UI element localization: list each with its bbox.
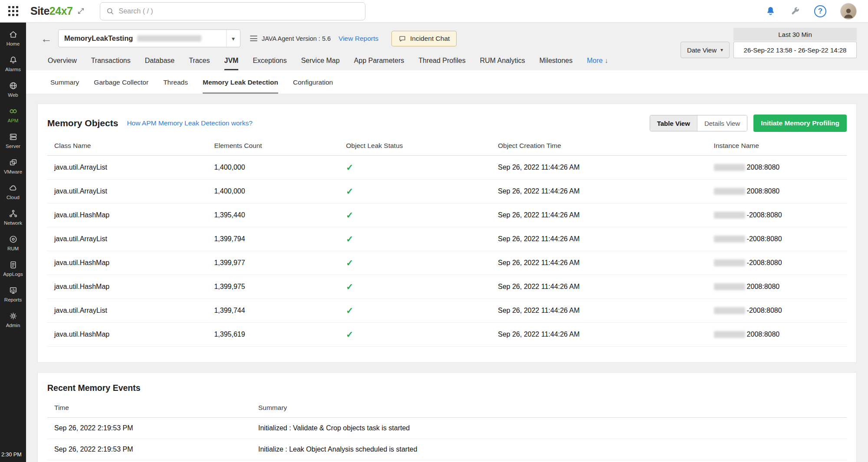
agent-menu-icon[interactable] xyxy=(250,36,257,41)
incident-chat-button[interactable]: Incident Chat xyxy=(391,31,457,46)
tab-rum-analytics[interactable]: RUM Analytics xyxy=(480,57,525,70)
class-name-cell: java.util.HashMap xyxy=(47,275,207,299)
memory-leak-help-link[interactable]: How APM Memory Leak Detection works? xyxy=(127,119,252,127)
event-time-cell: Sep 26, 2022 2:19:53 PM xyxy=(47,418,251,439)
back-arrow[interactable]: ← xyxy=(41,33,52,44)
sidebar-item-cloud[interactable]: Cloud xyxy=(0,179,26,204)
instance-name-cell: 2008:8080 xyxy=(707,180,847,203)
event-time-cell: Sep 26, 2022 2:19:53 PM xyxy=(47,439,251,460)
logo-site-text: Site xyxy=(30,5,49,17)
initiate-memory-profiling-button[interactable]: Initiate Memory Profiling xyxy=(753,115,847,132)
notifications-bell-icon[interactable] xyxy=(765,6,776,16)
sidebar-item-label: Admin xyxy=(6,323,20,328)
sidebar-item-network[interactable]: Network xyxy=(0,204,26,230)
search-input[interactable] xyxy=(118,7,359,15)
sidebar-item-label: Network xyxy=(4,220,22,226)
tab-overview[interactable]: Overview xyxy=(48,57,77,70)
app-launcher-button[interactable] xyxy=(0,6,26,16)
sidebar-item-server[interactable]: Server xyxy=(0,128,26,153)
tab-jvm[interactable]: JVM xyxy=(224,57,239,70)
subtab-summary[interactable]: Summary xyxy=(50,70,79,94)
table-header-row: Time Summary xyxy=(47,398,847,418)
tab-traces[interactable]: Traces xyxy=(189,57,210,70)
creation-time-cell: Sep 26, 2022 11:44:26 AM xyxy=(491,203,707,227)
view-toggle: Table View Details View xyxy=(650,115,747,131)
instance-name-cell: 2008:8080 xyxy=(707,323,847,347)
user-avatar[interactable] xyxy=(840,3,857,20)
sidebar-item-label: Cloud xyxy=(7,195,20,200)
sidebar-item-reports[interactable]: Reports xyxy=(0,281,26,307)
tab-transactions[interactable]: Transactions xyxy=(91,57,131,70)
tab-exceptions[interactable]: Exceptions xyxy=(253,57,286,70)
table-view-toggle[interactable]: Table View xyxy=(650,115,697,131)
sidebar-item-web[interactable]: Web xyxy=(0,76,26,102)
tools-wrench-icon[interactable] xyxy=(790,6,800,16)
tab-thread-profiles[interactable]: Thread Profiles xyxy=(418,57,466,70)
subtab-memory-leak-detection[interactable]: Memory Leak Detection xyxy=(203,70,278,94)
no-leak-check-icon: ✓ xyxy=(346,258,353,268)
elements-count-cell: 1,399,744 xyxy=(207,299,339,323)
instance-name-cell: -2008:8080 xyxy=(707,227,847,251)
sidebar-item-alarms[interactable]: Alarms xyxy=(0,51,26,76)
site24x7-logo[interactable]: Site24x7 xyxy=(30,5,72,17)
tab-service-map[interactable]: Service Map xyxy=(301,57,340,70)
instance-suffix: -2008:8080 xyxy=(747,259,782,266)
time-range-controls: Last 30 Min Date View ▾ 26-Sep-22 13:58 … xyxy=(681,28,857,58)
topbar: Site24x7 ? xyxy=(0,0,868,23)
memory-objects-table: Class Name Elements Count Object Leak St… xyxy=(47,136,847,347)
help-glyph: ? xyxy=(818,7,822,16)
redacted-monitor-suffix xyxy=(137,35,201,42)
instance-name-cell: 2008:8080 xyxy=(707,275,847,299)
sidebar-item-apm[interactable]: APM xyxy=(0,102,26,128)
no-leak-check-icon: ✓ xyxy=(346,187,353,196)
no-leak-check-icon: ✓ xyxy=(346,306,353,315)
sidebar-item-admin[interactable]: Admin xyxy=(0,307,26,332)
elements-count-cell: 1,395,440 xyxy=(207,203,339,227)
jvm-subtabs: Summary Garbage Collector Threads Memory… xyxy=(26,70,868,94)
tab-more[interactable]: More ↓ xyxy=(587,57,608,70)
elements-count-cell: 1,400,000 xyxy=(207,156,339,180)
chevron-down-icon[interactable]: ▾ xyxy=(226,30,240,47)
sidebar: Home Alarms Web APM Server VMware Cloud xyxy=(0,23,26,462)
no-leak-check-icon: ✓ xyxy=(346,163,353,172)
date-range-picker[interactable]: 26-Sep-22 13:58 - 26-Sep-22 14:28 xyxy=(733,42,857,58)
sidebar-item-label: Web xyxy=(8,92,18,98)
sidebar-item-applogs[interactable]: AppLogs xyxy=(0,256,26,281)
help-icon[interactable]: ? xyxy=(814,5,826,17)
sidebar-item-home[interactable]: Home xyxy=(0,25,26,51)
monitor-name: MemoryLeakTesting xyxy=(64,34,133,43)
col-object-creation-time: Object Creation Time xyxy=(491,136,707,156)
tab-app-parameters[interactable]: App Parameters xyxy=(354,57,404,70)
view-reports-link[interactable]: View Reports xyxy=(339,35,378,43)
subtab-garbage-collector[interactable]: Garbage Collector xyxy=(94,70,148,94)
expand-icon[interactable] xyxy=(77,7,85,15)
bell-icon xyxy=(9,56,18,65)
memory-objects-title: Memory Objects xyxy=(47,118,118,128)
event-time-cell: Sep 26, 2022 2:19:53 PM xyxy=(47,460,251,462)
sidebar-item-rum[interactable]: RUM xyxy=(0,230,26,256)
details-view-toggle[interactable]: Details View xyxy=(697,115,747,131)
sidebar-item-label: APM xyxy=(8,118,19,123)
subtab-configuration[interactable]: Configuration xyxy=(293,70,333,94)
gear-icon xyxy=(9,311,18,321)
tab-milestones[interactable]: Milestones xyxy=(539,57,572,70)
elements-count-cell: 1,399,975 xyxy=(207,275,339,299)
table-row: java.util.HashMap 1,395,440 ✓ Sep 26, 20… xyxy=(47,203,847,227)
reports-icon xyxy=(9,286,18,295)
leak-status-cell: ✓ xyxy=(339,275,491,299)
time-range-selector[interactable]: Last 30 Min xyxy=(733,28,857,41)
redacted-instance-prefix xyxy=(714,331,745,338)
sidebar-item-vmware[interactable]: VMware xyxy=(0,153,26,179)
creation-time-cell: Sep 26, 2022 11:44:26 AM xyxy=(491,323,707,347)
tab-database[interactable]: Database xyxy=(145,57,175,70)
elements-count-cell: 1,395,619 xyxy=(207,323,339,347)
table-row: Sep 26, 2022 2:19:53 PM Initialized : Va… xyxy=(47,418,847,439)
sidebar-item-label: Home xyxy=(7,41,20,46)
elements-count-cell: 1,400,000 xyxy=(207,180,339,203)
subtab-threads[interactable]: Threads xyxy=(163,70,188,94)
no-leak-check-icon: ✓ xyxy=(346,210,353,220)
class-name-cell: java.util.ArrayList xyxy=(47,156,207,180)
monitor-dropdown[interactable]: MemoryLeakTesting ▾ xyxy=(58,29,240,47)
date-view-button[interactable]: Date View ▾ xyxy=(681,42,730,58)
memory-objects-card: Memory Objects How APM Memory Leak Detec… xyxy=(37,104,857,363)
